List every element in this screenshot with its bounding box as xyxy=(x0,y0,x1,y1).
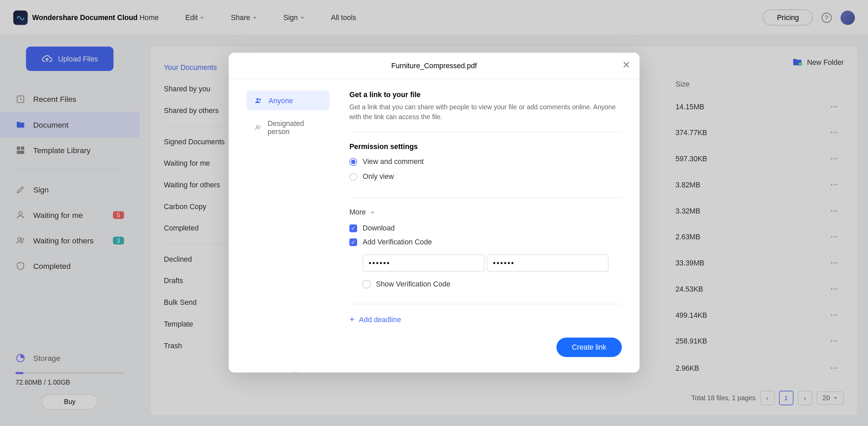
create-link-button[interactable]: Create link xyxy=(556,337,622,357)
share-tab-designated[interactable]: Designated person xyxy=(246,114,330,142)
verification-code-input[interactable] xyxy=(363,255,485,272)
share-modal: Furniture_Compressed.pdf ✕ Anyone Design… xyxy=(229,53,639,372)
radio-only-view[interactable]: Only view xyxy=(349,172,622,181)
checkbox-download[interactable]: ✓ Download xyxy=(349,224,622,232)
close-icon[interactable]: ✕ xyxy=(622,60,631,69)
checkbox-icon: ✓ xyxy=(349,238,357,246)
link-section-title: Get a link to your file xyxy=(349,90,622,98)
svg-point-9 xyxy=(256,98,259,100)
checkbox-add-verification[interactable]: ✓ Add Verification Code xyxy=(349,238,622,246)
chevron-up-icon xyxy=(370,210,375,214)
permission-title: Permission settings xyxy=(349,143,622,151)
svg-point-10 xyxy=(259,99,261,100)
checkbox-icon xyxy=(363,280,371,288)
checkbox-show-code[interactable]: Show Verification Code xyxy=(363,280,622,288)
person-plus-icon xyxy=(254,123,262,132)
verification-code-confirm-input[interactable] xyxy=(487,255,609,272)
modal-title: Furniture_Compressed.pdf xyxy=(242,61,626,70)
svg-point-11 xyxy=(256,125,259,128)
checkbox-icon: ✓ xyxy=(349,224,357,232)
add-deadline-button[interactable]: + Add deadline xyxy=(349,314,622,324)
people-icon xyxy=(254,96,263,105)
plus-icon: + xyxy=(349,314,354,324)
radio-view-comment[interactable]: View and comment xyxy=(349,158,622,166)
radio-icon xyxy=(349,173,357,181)
share-tab-anyone[interactable]: Anyone xyxy=(246,90,330,110)
radio-icon xyxy=(349,158,357,166)
link-section-desc: Get a link that you can share with peopl… xyxy=(349,102,622,122)
more-toggle[interactable]: More xyxy=(349,208,622,216)
